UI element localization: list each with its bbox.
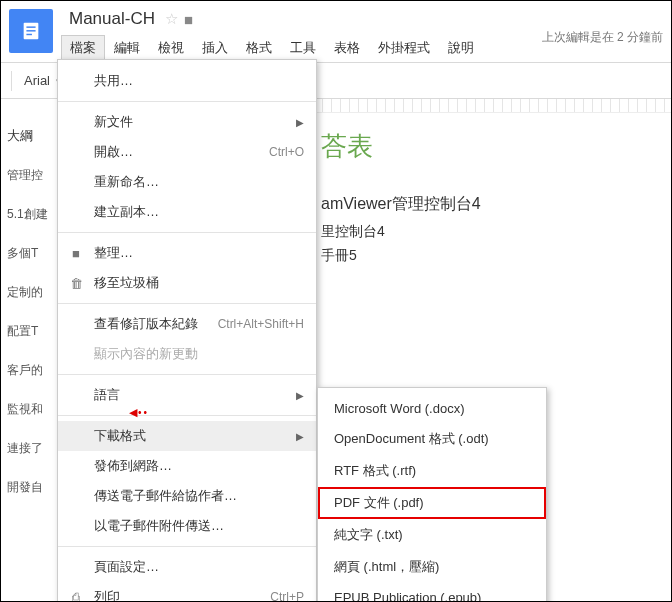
shortcut-label: Ctrl+P xyxy=(270,590,304,602)
trash-icon: 🗑 xyxy=(68,276,84,291)
print-icon: ⎙ xyxy=(68,590,84,603)
folder-icon[interactable]: ■ xyxy=(184,11,193,28)
menu-item-new[interactable]: 新文件▶ xyxy=(58,107,316,137)
svg-rect-1 xyxy=(26,26,35,27)
last-edit-label: 上次編輯是在 2 分鐘前 xyxy=(542,29,671,46)
menu-item-emailattach[interactable]: 以電子郵件附件傳送… xyxy=(58,511,316,541)
menu-item-organize[interactable]: ■整理… xyxy=(58,238,316,268)
menu-insert[interactable]: 插入 xyxy=(193,35,237,61)
doc-heading: 荅表 xyxy=(321,129,671,164)
menu-item-newchanges: 顯示內容的新更動 xyxy=(58,339,316,369)
document-icon xyxy=(20,20,42,42)
menu-format[interactable]: 格式 xyxy=(237,35,281,61)
menu-item-emailcollab[interactable]: 傳送電子郵件給協作者… xyxy=(58,481,316,511)
download-submenu: Microsoft Word (.docx) OpenDocument 格式 (… xyxy=(317,387,547,602)
submenu-item-pdf[interactable]: PDF 文件 (.pdf) xyxy=(318,487,546,519)
svg-rect-2 xyxy=(26,30,35,31)
outline-item[interactable]: 監視和 xyxy=(7,401,54,418)
outline-item[interactable]: 客戶的 xyxy=(7,362,54,379)
title-area: Manual-CH ☆ ■ 檔案 編輯 檢視 插入 格式 工具 表格 外掛程式 … xyxy=(61,1,542,61)
menu-item-publish[interactable]: 發佈到網路… xyxy=(58,451,316,481)
app-header: Manual-CH ☆ ■ 檔案 編輯 檢視 插入 格式 工具 表格 外掛程式 … xyxy=(1,1,671,63)
menu-item-revisions[interactable]: 查看修訂版本紀錄Ctrl+Alt+Shift+H xyxy=(58,309,316,339)
menu-item-print[interactable]: ⎙列印Ctrl+P xyxy=(58,582,316,602)
submenu-item-odt[interactable]: OpenDocument 格式 (.odt) xyxy=(318,423,546,455)
shortcut-label: Ctrl+Alt+Shift+H xyxy=(218,317,304,331)
menu-view[interactable]: 檢視 xyxy=(149,35,193,61)
document-title[interactable]: Manual-CH xyxy=(65,7,159,31)
menu-item-trash[interactable]: 🗑移至垃圾桶 xyxy=(58,268,316,298)
outline-heading: 大綱 xyxy=(7,127,54,145)
outline-item[interactable]: 管理控 xyxy=(7,167,54,184)
file-menu-dropdown: 共用… 新文件▶ 開啟…Ctrl+O 重新命名… 建立副本… ■整理… 🗑移至垃… xyxy=(57,59,317,602)
menu-help[interactable]: 說明 xyxy=(439,35,483,61)
outline-item[interactable]: 多個T xyxy=(7,245,54,262)
doc-text: 手冊5 xyxy=(321,247,671,265)
outline-item[interactable]: 定制的 xyxy=(7,284,54,301)
menu-tools[interactable]: 工具 xyxy=(281,35,325,61)
shortcut-label: Ctrl+O xyxy=(269,145,304,159)
chevron-right-icon: ▶ xyxy=(296,390,304,401)
menu-table[interactable]: 表格 xyxy=(325,35,369,61)
outline-item[interactable]: 5.1創建 xyxy=(7,206,54,223)
menu-item-makecopy[interactable]: 建立副本… xyxy=(58,197,316,227)
submenu-item-rtf[interactable]: RTF 格式 (.rtf) xyxy=(318,455,546,487)
submenu-item-txt[interactable]: 純文字 (.txt) xyxy=(318,519,546,551)
submenu-item-html[interactable]: 網頁 (.html，壓縮) xyxy=(318,551,546,583)
svg-rect-3 xyxy=(26,34,32,35)
star-icon[interactable]: ☆ xyxy=(165,10,178,28)
menu-edit[interactable]: 編輯 xyxy=(105,35,149,61)
outline-item[interactable]: 連接了 xyxy=(7,440,54,457)
menu-item-share[interactable]: 共用… xyxy=(58,66,316,96)
menu-item-language[interactable]: 語言▶ xyxy=(58,380,316,410)
menu-item-pagesetup[interactable]: 頁面設定… xyxy=(58,552,316,582)
menu-item-download[interactable]: 下載格式▶ xyxy=(58,421,316,451)
menu-bar: 檔案 編輯 檢視 插入 格式 工具 表格 外掛程式 說明 xyxy=(61,35,542,61)
docs-logo[interactable] xyxy=(9,9,53,53)
outline-panel: 大綱 管理控 5.1創建 多個T 定制的 配置T 客戶的 監視和 連接了 開發自 xyxy=(1,99,61,601)
outline-item[interactable]: 開發自 xyxy=(7,479,54,496)
outline-item[interactable]: 配置T xyxy=(7,323,54,340)
submenu-item-epub[interactable]: EPUB Publication (.epub) xyxy=(318,583,546,602)
submenu-item-docx[interactable]: Microsoft Word (.docx) xyxy=(318,394,546,423)
menu-file[interactable]: 檔案 xyxy=(61,35,105,61)
folder-icon: ■ xyxy=(68,246,84,261)
chevron-right-icon: ▶ xyxy=(296,431,304,442)
doc-text: amViewer管理控制台4 xyxy=(321,194,671,215)
menu-item-open[interactable]: 開啟…Ctrl+O xyxy=(58,137,316,167)
menu-item-rename[interactable]: 重新命名… xyxy=(58,167,316,197)
chevron-right-icon: ▶ xyxy=(296,117,304,128)
menu-addons[interactable]: 外掛程式 xyxy=(369,35,439,61)
doc-text: 里控制台4 xyxy=(321,223,671,241)
